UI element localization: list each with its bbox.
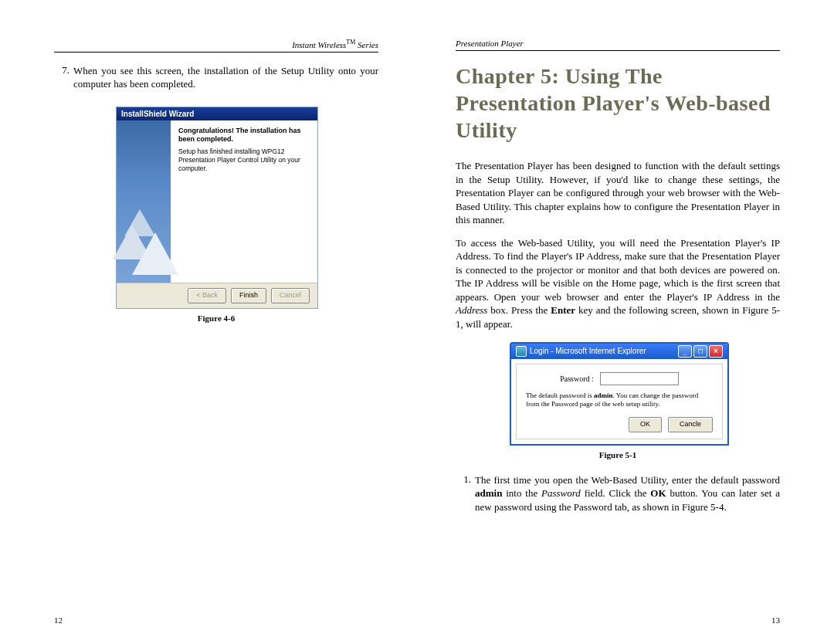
figure-4-6: InstallShield Wizard Congratulations! Th…	[116, 107, 317, 323]
password-row: Password :	[526, 372, 713, 385]
chapter-5-title: Chapter 5: Using The Presentation Player…	[456, 63, 780, 144]
s1-c: field. Click the	[581, 487, 650, 499]
figure-5-1: Login - Microsoft Internet Explorer _ □ …	[510, 342, 726, 459]
password-label: Password :	[560, 375, 594, 383]
enter-bold: Enter	[551, 304, 575, 316]
maximize-button[interactable]: □	[693, 345, 707, 358]
login-buttons: OK Cancle	[526, 417, 713, 432]
note-admin: admin	[594, 391, 613, 399]
ie-title-left: Login - Microsoft Internet Explorer	[516, 344, 646, 359]
cancel-button[interactable]: Cancel	[271, 288, 310, 303]
page-number-right: 13	[771, 615, 780, 625]
page-left: Instant WirelessTM Series 7. When you se…	[0, 0, 417, 644]
header-suffix: Series	[355, 40, 378, 49]
running-header-right: Presentation Player	[456, 39, 780, 51]
figure-4-6-caption: Figure 4-6	[116, 314, 317, 323]
page-right: Presentation Player Chapter 5: Using The…	[417, 0, 834, 644]
ie-login-window: Login - Microsoft Internet Explorer _ □ …	[510, 342, 729, 446]
step-1-num: 1.	[456, 473, 475, 514]
step-7-num: 7.	[54, 64, 73, 91]
finish-button[interactable]: Finish	[231, 288, 266, 303]
installshield-titlebar: InstallShield Wizard	[117, 107, 317, 120]
close-button[interactable]: ×	[709, 345, 723, 358]
password-note: The default password is admin. You can c…	[526, 391, 713, 409]
back-button[interactable]: < Back	[188, 288, 226, 303]
para2-b: box. Press the	[487, 304, 551, 316]
page-number-left: 12	[54, 615, 63, 625]
password-input[interactable]	[600, 372, 679, 385]
step-1: 1. The first time you open the Web-Based…	[456, 473, 780, 514]
installshield-main: Congratulations! The installation has be…	[171, 120, 317, 283]
ok-button[interactable]: OK	[629, 417, 662, 432]
para2-a: To access the Web-based Utility, you wil…	[456, 237, 780, 303]
header-tm: TM	[346, 39, 355, 46]
installshield-detail: Setup has finished installing WPG12 Pres…	[178, 147, 310, 172]
cancle-button[interactable]: Cancle	[668, 417, 713, 432]
s1-password: Password	[541, 487, 581, 499]
s1-admin: admin	[475, 487, 502, 499]
address-italic: Address	[456, 304, 487, 316]
minimize-button[interactable]: _	[678, 345, 692, 358]
ie-title-text: Login - Microsoft Internet Explorer	[530, 344, 646, 359]
installshield-sidebar	[117, 120, 171, 283]
header-series: Instant Wireless	[292, 40, 346, 49]
note-a: The default password is	[526, 391, 594, 399]
step-7-text: When you see this screen, the installati…	[73, 64, 378, 91]
s1-b: into the	[502, 487, 541, 499]
paragraph-1: The Presentation Player has been designe…	[456, 159, 780, 227]
installshield-window: InstallShield Wizard Congratulations! Th…	[116, 107, 318, 309]
running-header-left: Instant WirelessTM Series	[54, 39, 378, 53]
triangle-icon	[132, 232, 178, 275]
ie-icon	[516, 346, 527, 357]
paragraph-2: To access the Web-based Utility, you wil…	[456, 236, 780, 331]
s1-a: The first time you open the Web-Based Ut…	[475, 474, 780, 486]
s1-ok: OK	[650, 487, 666, 499]
step-7: 7. When you see this screen, the install…	[54, 64, 378, 91]
step-1-text: The first time you open the Web-Based Ut…	[475, 473, 780, 514]
window-controls: _ □ ×	[678, 345, 723, 358]
installshield-congrats: Congratulations! The installation has be…	[178, 127, 310, 144]
figure-5-1-caption: Figure 5-1	[510, 450, 726, 459]
ie-login-body: Password : The default password is admin…	[516, 364, 723, 439]
ie-titlebar: Login - Microsoft Internet Explorer _ □ …	[511, 344, 727, 359]
installshield-footer: < Back Finish Cancel	[117, 283, 317, 308]
installshield-body: Congratulations! The installation has be…	[117, 120, 317, 283]
